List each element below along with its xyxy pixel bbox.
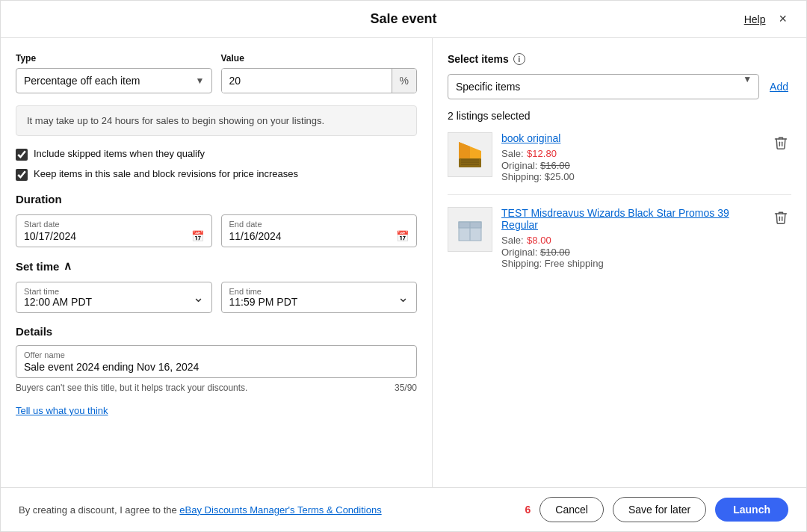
- modal-body: Type Percentage off each item ▼ Value %: [1, 38, 806, 487]
- listing-details-1: book original Sale: $12.80 Original: $16…: [501, 132, 761, 182]
- type-select[interactable]: Percentage off each item: [16, 68, 212, 93]
- listing-item-2: TEST Misdreavus Wizards Black Star Promo…: [448, 207, 791, 281]
- add-button[interactable]: Add: [767, 81, 791, 93]
- end-time-value: 11:59 PM PDT: [229, 296, 298, 308]
- listing-original-price-2: $10.00: [540, 247, 570, 258]
- end-date-inner: 11/16/2024 📅: [229, 230, 409, 242]
- end-date-value: 11/16/2024: [229, 230, 282, 242]
- checkbox-row-2: Keep items in this sale and block revisi…: [16, 168, 417, 181]
- offer-hint-row: Buyers can't see this title, but it help…: [16, 383, 417, 393]
- checkbox-row-1: Include skipped items when they qualify: [16, 148, 417, 161]
- end-time-wrapper: End time 11:59 PM PDT ⌄: [221, 282, 418, 313]
- value-column: Value %: [221, 53, 418, 93]
- select-items-header: Select items i: [448, 53, 791, 65]
- value-input[interactable]: [222, 69, 392, 93]
- start-time-field[interactable]: Start time 12:00 AM PDT ⌄: [16, 282, 212, 313]
- select-items-label: Select items: [448, 53, 509, 65]
- right-panel: Select items i Specific items ▼ Add 2 li…: [433, 38, 806, 487]
- help-link[interactable]: Help: [744, 13, 766, 25]
- listing-original-2: Original: $10.00: [501, 247, 761, 258]
- footer-terms: By creating a discount, I agree to the e…: [19, 504, 382, 516]
- offer-name-label: Offer name: [24, 350, 409, 359]
- listing-shipping-2: Shipping: Free shipping: [501, 258, 761, 269]
- end-calendar-icon: 📅: [396, 230, 409, 242]
- value-unit: %: [392, 69, 416, 93]
- listing-sale-1: Sale: $12.80: [501, 146, 761, 160]
- listing-original-price-1: $16.00: [540, 160, 570, 171]
- end-time-chevron-down-icon: ⌄: [398, 289, 409, 306]
- start-time-content: Start time 12:00 AM PDT: [24, 287, 92, 308]
- svg-marker-2: [459, 142, 470, 158]
- type-column: Type Percentage off each item ▼: [16, 53, 212, 93]
- listing-title-2[interactable]: TEST Misdreavus Wizards Black Star Promo…: [501, 207, 761, 231]
- listing-title-1[interactable]: book original: [501, 132, 761, 144]
- save-for-later-button[interactable]: Save for later: [613, 497, 706, 522]
- listing-thumbnail-1: [448, 132, 492, 177]
- header-actions: Help ×: [744, 10, 791, 28]
- end-time-field[interactable]: End time 11:59 PM PDT ⌄: [221, 282, 418, 313]
- cancel-button[interactable]: Cancel: [539, 497, 604, 522]
- listing-thumbnail-2: [448, 207, 492, 252]
- value-input-wrapper: %: [221, 68, 418, 93]
- start-date-inner: 10/17/2024 📅: [24, 230, 204, 242]
- end-date-field[interactable]: End date 11/16/2024 📅: [221, 214, 418, 247]
- info-banner: It may take up to 24 hours for sales to …: [16, 105, 417, 136]
- launch-button[interactable]: Launch: [715, 498, 788, 522]
- details-title: Details: [16, 325, 417, 338]
- offer-name-field[interactable]: Offer name Sale event 2024 ending Nov 16…: [16, 345, 417, 378]
- listing-details-2: TEST Misdreavus Wizards Black Star Promo…: [501, 207, 761, 269]
- modal-footer: By creating a discount, I agree to the e…: [1, 487, 806, 531]
- items-type-select[interactable]: Specific items: [448, 74, 759, 99]
- listing-item: book original Sale: $12.80 Original: $16…: [448, 132, 791, 195]
- modal-header: Sale event Help ×: [1, 1, 806, 38]
- items-select-wrapper: Specific items ▼: [448, 74, 759, 99]
- offer-hint: Buyers can't see this title, but it help…: [16, 383, 247, 393]
- close-button[interactable]: ×: [774, 10, 791, 28]
- listing-sale-2: Sale: $8.00: [501, 233, 761, 247]
- modal-title: Sale event: [370, 11, 436, 27]
- end-time-label: End time: [229, 287, 298, 296]
- end-date-label: End date: [229, 220, 409, 229]
- feedback-link[interactable]: Tell us what you think: [16, 405, 417, 416]
- items-select-row: Specific items ▼ Add: [448, 74, 791, 99]
- type-value-row: Type Percentage off each item ▼ Value %: [16, 53, 417, 93]
- end-time-content: End time 11:59 PM PDT: [229, 287, 298, 308]
- start-date-label: Start date: [24, 220, 204, 229]
- set-time-label: Set time: [16, 260, 59, 273]
- delete-listing-2-button[interactable]: [770, 207, 791, 232]
- left-panel: Type Percentage off each item ▼ Value %: [1, 38, 433, 487]
- include-skipped-checkbox[interactable]: [16, 149, 28, 161]
- start-time-chevron-down-icon: ⌄: [193, 289, 204, 306]
- time-row: Start time 12:00 AM PDT ⌄ End time 11:59…: [16, 282, 417, 313]
- keep-items-checkbox[interactable]: [16, 169, 28, 181]
- select-items-info-icon[interactable]: i: [513, 53, 525, 65]
- start-calendar-icon: 📅: [191, 230, 204, 242]
- listing-sale-price-1: $12.80: [527, 148, 557, 159]
- footer-actions: 6 Cancel Save for later Launch: [525, 497, 788, 522]
- delete-listing-1-button[interactable]: [770, 132, 791, 157]
- listing-sale-label-1: Sale:: [501, 148, 524, 159]
- terms-prefix: By creating a discount, I agree to the: [19, 504, 179, 516]
- terms-link[interactable]: eBay Discounts Manager's Terms & Conditi…: [179, 504, 381, 516]
- value-label: Value: [221, 53, 418, 64]
- modal-container: Sale event Help × Type Percentage off ea…: [0, 0, 807, 532]
- start-date-field[interactable]: Start date 10/17/2024 📅: [16, 214, 212, 247]
- keep-items-label: Keep items in this sale and block revisi…: [34, 168, 298, 179]
- start-time-value: 12:00 AM PDT: [24, 296, 92, 308]
- start-date-value: 10/17/2024: [24, 230, 76, 242]
- start-time-label: Start time: [24, 287, 92, 296]
- listing-sale-label-2: Sale:: [501, 235, 524, 246]
- type-select-wrapper: Percentage off each item ▼: [16, 68, 212, 93]
- char-count: 35/90: [395, 383, 417, 393]
- start-time-wrapper: Start time 12:00 AM PDT ⌄: [16, 282, 212, 313]
- listing-shipping-1: Shipping: $25.00: [501, 171, 761, 182]
- notification-count: 6: [525, 504, 531, 516]
- set-time-chevron-up-icon: ∧: [64, 259, 72, 273]
- offer-name-value: Sale event 2024 ending Nov 16, 2024: [24, 361, 409, 373]
- date-row: Start date 10/17/2024 📅 End date 11/16/2…: [16, 214, 417, 247]
- listing-original-1: Original: $16.00: [501, 160, 761, 171]
- set-time-toggle[interactable]: Set time ∧: [16, 259, 417, 273]
- type-label: Type: [16, 53, 212, 64]
- duration-title: Duration: [16, 193, 417, 205]
- listings-count: 2 listings selected: [448, 110, 791, 122]
